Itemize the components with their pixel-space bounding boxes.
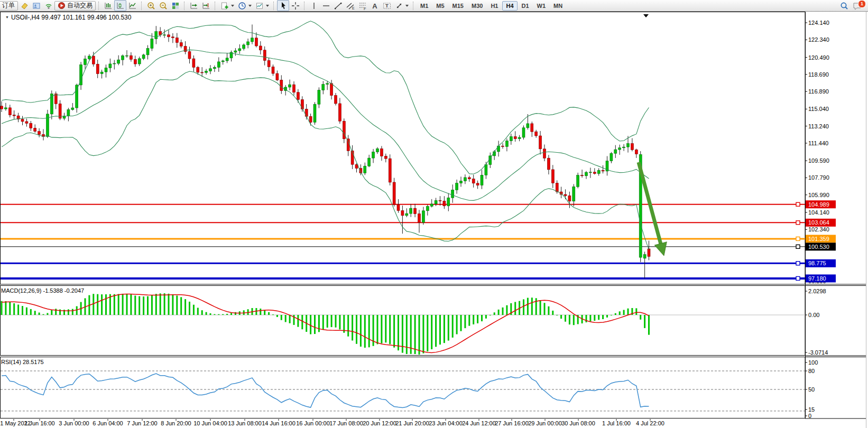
time-tick-label: 27 Jun 16:00 xyxy=(495,420,529,426)
indicators-icon[interactable] xyxy=(218,0,230,11)
timeframe-h4[interactable]: H4 xyxy=(502,1,517,11)
price-axis[interactable]: 124.140122.340120.490118.690116.890115.0… xyxy=(805,12,836,420)
macd-pane[interactable] xyxy=(1,293,805,355)
macd-histogram xyxy=(1,293,650,355)
time-tick-label: 7 Jun 12:00 xyxy=(127,420,158,426)
trend-arrow-head[interactable] xyxy=(654,242,667,256)
time-tick-label: 23 Jun 04:00 xyxy=(429,420,463,426)
price-level-badge-text: 103.064 xyxy=(808,219,829,226)
price-tick-label: 104.140 xyxy=(808,209,829,216)
price-level-badge-text: 97.180 xyxy=(808,275,826,282)
svg-text:F: F xyxy=(364,6,366,11)
zoom-in-icon[interactable] xyxy=(145,0,157,11)
time-tick-label: 3 Jun 00:00 xyxy=(59,420,89,426)
hline-end-marker[interactable] xyxy=(796,276,800,280)
time-axis[interactable]: 31 May 20221 Jun 16:003 Jun 00:006 Jun 0… xyxy=(0,419,664,426)
time-tick-label: 1 Jun 16:00 xyxy=(24,420,55,426)
timeframe-d1[interactable]: D1 xyxy=(518,1,533,11)
chart-shift-marker xyxy=(643,14,649,17)
text-label-tool-icon[interactable]: T xyxy=(381,0,393,11)
hline-end-marker[interactable] xyxy=(796,245,800,248)
candlestick-chart-type-icon[interactable] xyxy=(114,0,126,11)
time-tick-label: 13 Jun 08:00 xyxy=(228,420,262,426)
shapes-dropdown-caret[interactable] xyxy=(405,5,409,7)
price-tick-label: 107.790 xyxy=(808,174,829,181)
timeframe-mn[interactable]: MN xyxy=(550,1,566,11)
notifications-chat-icon[interactable]: 1 xyxy=(852,1,865,11)
auto-scroll-icon[interactable] xyxy=(188,0,200,11)
rsi-pane[interactable] xyxy=(1,371,805,411)
time-tick-label: 8 Jun 20:00 xyxy=(161,420,191,426)
price-level-badge-text: 101.359 xyxy=(808,236,829,242)
hline-end-marker[interactable] xyxy=(796,237,800,240)
trendline-tool-icon[interactable] xyxy=(332,0,344,11)
search-icon[interactable] xyxy=(838,0,850,11)
shapes-arrows-icon[interactable] xyxy=(393,0,405,11)
main-price-pane[interactable] xyxy=(1,21,806,278)
toolbar-right: 1 xyxy=(838,0,867,11)
hline-end-marker[interactable] xyxy=(796,221,800,225)
signal-icon[interactable] xyxy=(42,0,54,11)
macd-signal-line xyxy=(2,294,649,353)
price-level-badge-text: 98.775 xyxy=(808,260,826,266)
timeframe-m1[interactable]: M1 xyxy=(417,1,432,11)
time-tick-label: 1 Jul 16:00 xyxy=(602,420,631,426)
svg-text:T: T xyxy=(385,3,389,8)
bar-chart-type-icon[interactable] xyxy=(102,0,114,11)
new-order-button[interactable]: 订单 xyxy=(0,1,18,11)
tile-windows-icon[interactable] xyxy=(169,0,181,11)
price-tick-label: 115.040 xyxy=(808,106,829,112)
cursor-icon[interactable] xyxy=(277,0,289,11)
price-tick-label: 102.340 xyxy=(808,226,829,232)
separator xyxy=(141,2,143,10)
chart-canvas[interactable]: 124.140122.340120.490118.690116.890115.0… xyxy=(0,0,868,428)
time-tick-label: 21 Jun 20:00 xyxy=(395,420,429,426)
vertical-line-tool-icon[interactable] xyxy=(308,0,320,11)
horizontal-line-tool-icon[interactable] xyxy=(320,0,332,11)
timeframe-w1[interactable]: W1 xyxy=(533,1,550,11)
line-chart-type-icon[interactable] xyxy=(126,0,138,11)
price-tick-label: 105.990 xyxy=(808,192,829,198)
timeframe-m30[interactable]: M30 xyxy=(468,1,486,11)
time-tick-label: 6 Jun 04:00 xyxy=(93,420,123,426)
template-dropdown-caret[interactable] xyxy=(266,5,269,7)
autotrade-icon xyxy=(58,2,66,10)
timeframe-m15[interactable]: M15 xyxy=(449,1,467,11)
separator xyxy=(304,2,306,10)
price-tick-label: 116.890 xyxy=(808,88,829,95)
autotrade-button[interactable]: 自动交易 xyxy=(54,1,96,11)
timeframe-h1[interactable]: H1 xyxy=(487,1,502,11)
periods-dropdown-caret[interactable] xyxy=(248,5,252,7)
rsi-indicator-label: RSI(14) 28.5175 xyxy=(1,359,44,365)
indicators-dropdown-caret[interactable] xyxy=(231,5,234,7)
rsi-scale-label: 100 xyxy=(808,359,818,366)
timeframe-group: M1M5M15M30H1H4D1W1MN xyxy=(417,1,566,11)
time-tick-label: 30 Jun 08:00 xyxy=(561,420,595,426)
time-tick-label: 4 Jul 22:00 xyxy=(636,420,664,426)
hline-end-marker[interactable] xyxy=(796,262,800,265)
periods-clock-icon[interactable] xyxy=(236,0,248,11)
zoom-out-icon[interactable] xyxy=(157,0,169,11)
crosshair-icon[interactable] xyxy=(289,0,301,11)
macd-scale-label: 0.00 xyxy=(808,312,819,318)
favorites-icon[interactable] xyxy=(18,0,30,11)
price-level-badge-text: 100.530 xyxy=(808,244,829,250)
collapse-arrow-icon[interactable]: ▼ xyxy=(5,15,9,19)
chart-shift-icon[interactable] xyxy=(200,0,212,11)
time-tick-label: 20 Jun 12:00 xyxy=(363,420,396,426)
rsi-line xyxy=(2,374,649,408)
price-tick-label: 118.690 xyxy=(808,71,829,78)
price-tick-label: 122.340 xyxy=(808,36,829,43)
text-tool-icon[interactable]: A xyxy=(368,0,381,11)
price-tick-label: 111.440 xyxy=(808,140,828,146)
timeframe-m5[interactable]: M5 xyxy=(432,1,448,11)
chart-title: ▼USOil-,H4 99.497 101.161 99.496 100.530 xyxy=(5,14,131,21)
market-depth-icon[interactable] xyxy=(30,0,42,11)
separator xyxy=(98,2,100,10)
macd-scale-label: -3.0714 xyxy=(808,349,828,356)
template-icon[interactable] xyxy=(253,0,265,11)
fibonacci-tool-icon[interactable]: F xyxy=(356,0,368,11)
equidistant-channel-tool-icon[interactable]: E xyxy=(344,0,356,11)
time-tick-label: 10 Jun 04:00 xyxy=(193,420,227,426)
hline-end-marker[interactable] xyxy=(796,202,800,206)
